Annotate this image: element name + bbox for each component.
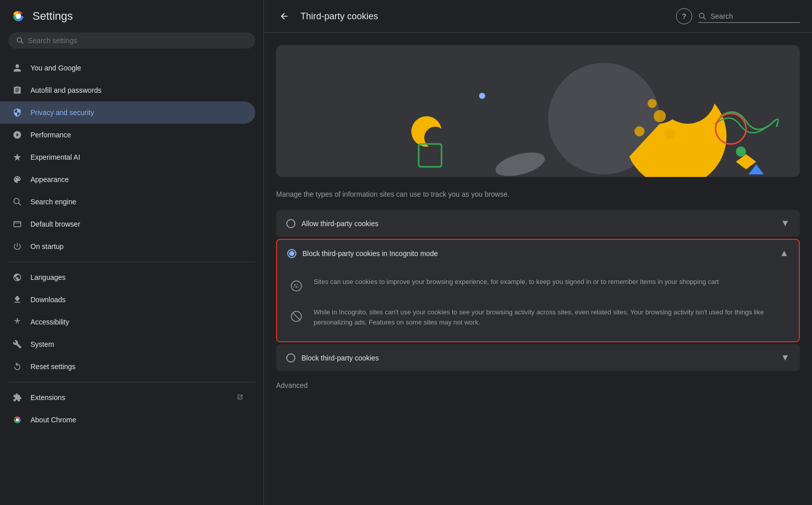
nav-item-about-chrome[interactable]: About Chrome: [0, 409, 255, 431]
nav-item-extensions[interactable]: Extensions: [0, 386, 255, 409]
nav-label-search-engine: Search engine: [30, 198, 243, 206]
sparkle-icon: [12, 152, 22, 162]
reset-icon: [12, 362, 22, 372]
cookie-detail-icon: [287, 277, 306, 295]
nav-item-system[interactable]: System: [0, 333, 255, 355]
svg-point-13: [634, 126, 645, 136]
sidebar-search-bar[interactable]: [8, 32, 255, 49]
svg-point-27: [296, 286, 297, 288]
header-search-input[interactable]: [710, 12, 792, 20]
option-block-incognito-expanded: Sites can use cookies to improve your br…: [277, 267, 799, 341]
svg-point-24: [291, 281, 301, 291]
header-search-bar[interactable]: [698, 10, 800, 23]
back-button[interactable]: [276, 8, 292, 24]
nav-label-extensions: Extensions: [30, 393, 229, 402]
svg-point-26: [297, 284, 298, 285]
power-icon: [12, 241, 22, 251]
option-block-all-label: Block third-party cookies: [301, 354, 774, 362]
globe-icon: [12, 272, 22, 282]
option-block-incognito-header[interactable]: Block third-party cookies in Incognito m…: [277, 240, 799, 267]
option-block-incognito-chevron[interactable]: ▲: [780, 248, 789, 259]
sidebar-search-icon: [16, 37, 24, 45]
nav-label-appearance: Appearance: [30, 175, 243, 184]
nav-label-autofill: Autofill and passwords: [30, 86, 243, 94]
svg-point-8: [16, 418, 19, 421]
nav-label-performance: Performance: [30, 131, 243, 139]
expanded-text-block: While in Incognito, sites can't use your…: [314, 307, 789, 327]
chrome-logo-icon: [10, 8, 26, 24]
hero-illustration: [276, 45, 800, 177]
nav-label-you-and-google: You and Google: [30, 64, 243, 72]
nav-label-privacy: Privacy and security: [30, 109, 243, 117]
shield-icon: [12, 107, 22, 118]
svg-rect-6: [14, 222, 21, 227]
download-icon: [12, 295, 22, 305]
app-title: Settings: [32, 10, 73, 23]
nav-item-performance[interactable]: Performance: [0, 124, 255, 146]
radio-allow[interactable]: [286, 219, 295, 228]
sidebar-header: Settings: [0, 0, 263, 32]
nav-item-search-engine[interactable]: Search engine: [0, 191, 255, 213]
expanded-text-cookie: Sites can use cookies to improve your br…: [314, 277, 719, 287]
nav-item-default-browser[interactable]: Default browser: [0, 213, 255, 235]
nav-label-downloads: Downloads: [30, 296, 243, 304]
nav-divider-1: [8, 262, 255, 262]
svg-point-16: [660, 68, 716, 124]
option-block-all: Block third-party cookies ▼: [276, 344, 800, 371]
description-text: Manage the types of information sites ca…: [276, 189, 800, 200]
option-allow-chevron[interactable]: ▼: [781, 218, 790, 229]
radio-block-incognito[interactable]: [287, 249, 296, 258]
block-detail-icon: [287, 307, 306, 326]
search-icon: [12, 197, 22, 207]
nav-divider-2: [8, 382, 255, 382]
header-actions: ?: [676, 8, 800, 24]
nav-item-on-startup[interactable]: On startup: [0, 235, 255, 258]
external-link-icon: [237, 394, 243, 402]
nav-item-accessibility[interactable]: Accessibility: [0, 311, 255, 333]
svg-point-15: [648, 99, 657, 108]
nav-label-languages: Languages: [30, 273, 243, 281]
accessibility-icon: [12, 317, 22, 327]
option-block-incognito: Block third-party cookies in Incognito m…: [276, 239, 800, 342]
chrome-icon: [12, 415, 22, 425]
nav-label-default-browser: Default browser: [30, 220, 243, 228]
svg-marker-22: [749, 164, 764, 174]
sidebar: Settings You and Google Autofill and pas…: [0, 0, 264, 505]
puzzle-icon: [12, 392, 22, 403]
header-search-icon: [698, 12, 706, 20]
svg-point-28: [293, 286, 294, 287]
option-allow-header[interactable]: Allow third-party cookies ▼: [276, 210, 800, 237]
nav-item-privacy[interactable]: Privacy and security: [0, 101, 255, 124]
svg-point-25: [294, 284, 296, 286]
nav-item-reset-settings[interactable]: Reset settings: [0, 355, 255, 378]
option-block-incognito-label: Block third-party cookies in Incognito m…: [302, 249, 773, 258]
svg-point-23: [479, 93, 485, 99]
nav-item-downloads[interactable]: Downloads: [0, 288, 255, 311]
option-block-all-header[interactable]: Block third-party cookies ▼: [276, 344, 800, 371]
help-button[interactable]: ?: [676, 8, 692, 24]
page-title: Third-party cookies: [300, 11, 668, 22]
nav-label-system: System: [30, 340, 243, 348]
content-area: Manage the types of information sites ca…: [264, 33, 812, 505]
svg-point-14: [665, 129, 675, 139]
nav-item-languages[interactable]: Languages: [0, 266, 255, 288]
person-icon: [12, 63, 22, 73]
radio-block-all[interactable]: [286, 353, 295, 363]
expanded-item-block: While in Incognito, sites can't use your…: [287, 301, 789, 333]
option-block-all-chevron[interactable]: ▼: [781, 352, 790, 363]
wrench-icon: [12, 339, 22, 349]
advanced-label: Advanced: [276, 373, 800, 393]
nav-label-about-chrome: About Chrome: [30, 416, 243, 424]
nav-item-autofill[interactable]: Autofill and passwords: [0, 79, 255, 101]
expanded-item-cookie: Sites can use cookies to improve your br…: [287, 271, 789, 301]
gauge-icon: [12, 130, 22, 140]
palette-icon: [12, 174, 22, 185]
sidebar-search-input[interactable]: [28, 37, 247, 45]
clipboard-icon: [12, 85, 22, 95]
option-allow-label: Allow third-party cookies: [301, 220, 774, 228]
nav-item-experimental-ai[interactable]: Experimental AI: [0, 146, 255, 168]
nav-item-appearance[interactable]: Appearance: [0, 168, 255, 191]
nav-item-you-and-google[interactable]: You and Google: [0, 57, 255, 79]
option-allow: Allow third-party cookies ▼: [276, 210, 800, 237]
nav-label-reset-settings: Reset settings: [30, 363, 243, 371]
